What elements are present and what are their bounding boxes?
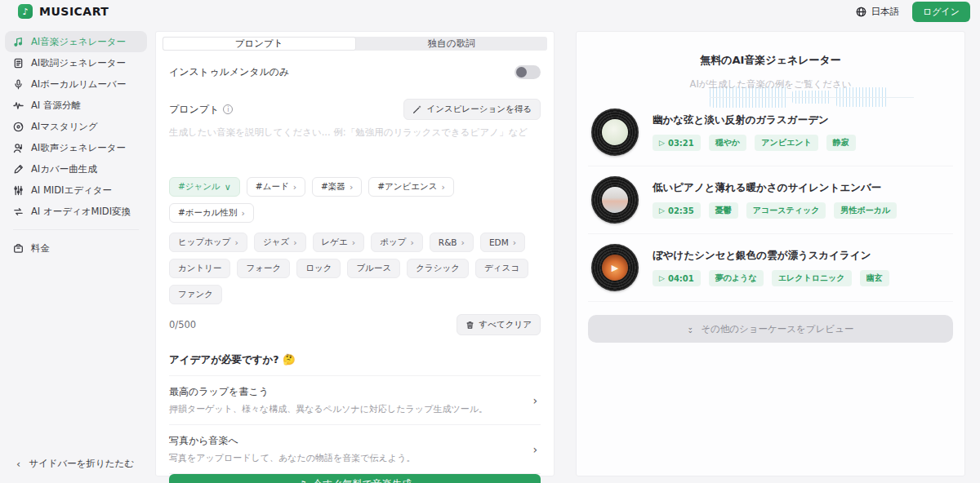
genre-chip-jazz[interactable]: ジャズ› (254, 233, 306, 252)
generate-music-label: 今すぐ無料で音楽生成 (313, 477, 412, 483)
duration-badge[interactable]: ▷03:21 (653, 135, 701, 151)
info-icon[interactable]: i (223, 104, 233, 114)
chevron-right-icon: › (234, 238, 238, 247)
genre-chip-folk[interactable]: フォーク (237, 259, 290, 278)
brand-logo[interactable]: ♪ MUSICART (18, 4, 109, 19)
chevron-right-icon: › (293, 238, 296, 247)
category-chip-mood[interactable]: #ムード› (247, 177, 305, 197)
category-chip-vocal-gender[interactable]: #ボーカル性別› (169, 203, 254, 223)
genre-chip-hiphop[interactable]: ヒップホップ› (169, 233, 247, 252)
sidebar-item-ai-lyrics-generator[interactable]: AI歌詞ジェネレーター (5, 52, 147, 73)
clear-all-button[interactable]: すべてクリア (457, 314, 541, 335)
get-inspiration-button[interactable]: インスピレーションを得る (403, 99, 541, 120)
genre-chip-rock[interactable]: ロック (296, 259, 341, 278)
idea-title: 写真から音楽へ (169, 434, 529, 448)
magic-wand-icon (412, 104, 422, 114)
idea-text: 写真から音楽へ 写真をアップロードして、あなたの物語を音楽で伝えよう。 (169, 434, 529, 464)
duration-badge[interactable]: ▷02:35 (653, 202, 701, 219)
category-chip-genre[interactable]: #ジャンル∨ (169, 177, 240, 197)
sidebar-collapse-button[interactable]: ‹ サイドバーを折りたたむ (0, 458, 152, 483)
chip-label: #アンビエンス (377, 181, 437, 193)
wallet-icon (13, 243, 24, 254)
prompt-input[interactable] (169, 126, 541, 174)
instrumental-toggle[interactable] (514, 65, 541, 79)
track-row-3[interactable]: ▶ ぼやけたシンセと銀色の雲が漂うスカイライン ▷04:01 夢のような エレク… (588, 234, 953, 302)
chip-label: クラシック (416, 263, 460, 274)
sidebar-item-label: AIボーカルリムーバー (31, 78, 126, 91)
genre-chip-pop[interactable]: ポップ› (371, 233, 423, 252)
header-actions: 日本語 ログイン (856, 2, 970, 22)
language-selector[interactable]: 日本語 (856, 6, 899, 18)
track-tag: 憂鬱 (709, 202, 738, 219)
track-title: 低いピアノと薄れる暖かさのサイレントエンバー (653, 181, 950, 195)
showcase-panel: 無料のAI音楽ジェネレーター AIが生成した音楽の例をご覧ください 幽かな弦と淡… (576, 31, 965, 476)
album-art: ▶ (602, 255, 628, 281)
duration-label: 02:35 (668, 206, 694, 215)
category-chip-instrument[interactable]: #楽器› (312, 177, 362, 197)
sidebar-item-label: AI 音源分離 (31, 100, 81, 112)
instrumental-label: インストゥルメンタルのみ (169, 65, 289, 79)
sidebar-item-ai-music-generator[interactable]: AI音楽ジェネレーター (5, 31, 147, 52)
track-info: 幽かな弦と淡い反射のガラスガーデン ▷03:21 穏やか アンビエント 静寂 (653, 113, 950, 151)
tab-prompt[interactable]: プロンプト (163, 37, 356, 51)
chip-label: ロック (305, 263, 332, 274)
preview-more-wrap: ⌄⌄ その他のショーケースをプレビュー (577, 302, 964, 343)
chip-label: ポップ (380, 237, 406, 248)
chevron-left-icon: ‹ (16, 458, 20, 470)
chevron-down-icon: ∨ (225, 183, 231, 192)
sidebar-item-ai-audio-to-midi[interactable]: AI オーディオMIDI変換 (5, 201, 147, 222)
sidebar-item-label: AI MIDIエディター (31, 184, 112, 197)
genre-chip-funk[interactable]: ファンク (169, 285, 222, 304)
sidebar-item-ai-vocal-remover[interactable]: AIボーカルリムーバー (5, 73, 147, 95)
sidebar-item-label: 料金 (31, 242, 50, 255)
vinyl-record-art[interactable] (591, 109, 639, 156)
sidebar-item-label: AI オーディオMIDI変換 (31, 206, 131, 218)
track-tag: 静寂 (826, 135, 856, 151)
idea-description: 写真をアップロードして、あなたの物語を音楽で伝えよう。 (169, 452, 529, 464)
login-button[interactable]: ログイン (912, 2, 970, 22)
sidebar-item-ai-voice-generator[interactable]: AI歌声ジェネレーター (5, 137, 147, 158)
duration-badge[interactable]: ▷04:01 (653, 270, 701, 286)
sidebar-item-ai-midi-editor[interactable]: AI MIDIエディター (5, 179, 147, 201)
genre-chip-edm[interactable]: EDM› (480, 233, 525, 252)
vinyl-record-art[interactable]: ▶ (591, 244, 639, 291)
category-chip-ambience[interactable]: #アンビエンス› (368, 177, 454, 197)
preview-more-button[interactable]: ⌄⌄ その他のショーケースをプレビュー (588, 315, 953, 343)
trash-icon (466, 321, 474, 330)
microphone-icon (13, 79, 24, 90)
genre-chip-blues[interactable]: ブルース (347, 259, 400, 278)
generate-music-button[interactable]: ♫ 今すぐ無料で音楽生成 (169, 474, 541, 483)
genre-chip-reggae[interactable]: レゲエ› (313, 233, 365, 252)
idea-item-photo-to-music[interactable]: 写真から音楽へ 写真をアップロードして、あなたの物語を音楽で伝えよう。 › (169, 425, 541, 474)
lyrics-icon (13, 58, 24, 69)
duration-label: 03:21 (668, 139, 694, 148)
idea-item-rap-generator[interactable]: 最高のラップを書こう 押韻ターゲット、様々な構成、異なるペルソナに対応したラップ… (169, 376, 541, 425)
sidebar-item-ai-stem-splitter[interactable]: AI 音源分離 (5, 95, 147, 116)
duration-label: 04:01 (668, 274, 694, 283)
genre-chip-country[interactable]: カントリー (169, 259, 230, 278)
sidebar-item-ai-mastering[interactable]: AIマスタリング (5, 116, 147, 137)
chip-label: #ジャンル (178, 181, 220, 193)
convert-icon (13, 206, 24, 217)
genre-chip-disco[interactable]: ディスコ (475, 259, 528, 278)
sliders-icon (13, 185, 24, 196)
chip-label: ディスコ (484, 263, 519, 274)
idea-title: 最高のラップを書こう (169, 385, 529, 399)
track-info: 低いピアノと薄れる暖かさのサイレントエンバー ▷02:35 憂鬱 アコースティッ… (653, 181, 950, 219)
prompt-label-text: プロンプト (169, 103, 219, 117)
sidebar-item-pricing[interactable]: 料金 (5, 237, 147, 259)
genre-chip-classical[interactable]: クラシック (407, 259, 469, 278)
waveform-icon (13, 100, 24, 111)
track-row-2[interactable]: 低いピアノと薄れる暖かさのサイレントエンバー ▷02:35 憂鬱 アコースティッ… (588, 166, 953, 234)
tab-custom-lyrics[interactable]: 独自の歌詞 (356, 37, 548, 51)
chevron-right-icon: › (293, 183, 296, 192)
track-title: ぼやけたシンセと銀色の雲が漂うスカイライン (653, 249, 950, 263)
sidebar-item-ai-cover-song[interactable]: AIカバー曲生成 (5, 158, 147, 179)
album-art (602, 119, 628, 145)
preview-more-label: その他のショーケースをプレビュー (701, 323, 853, 335)
language-label: 日本語 (871, 6, 899, 18)
music-note-logo-icon: ♪ (18, 4, 33, 19)
genre-chip-rnb[interactable]: R&B› (430, 233, 474, 252)
sidebar-divider (13, 229, 139, 230)
vinyl-record-art[interactable] (591, 176, 639, 224)
